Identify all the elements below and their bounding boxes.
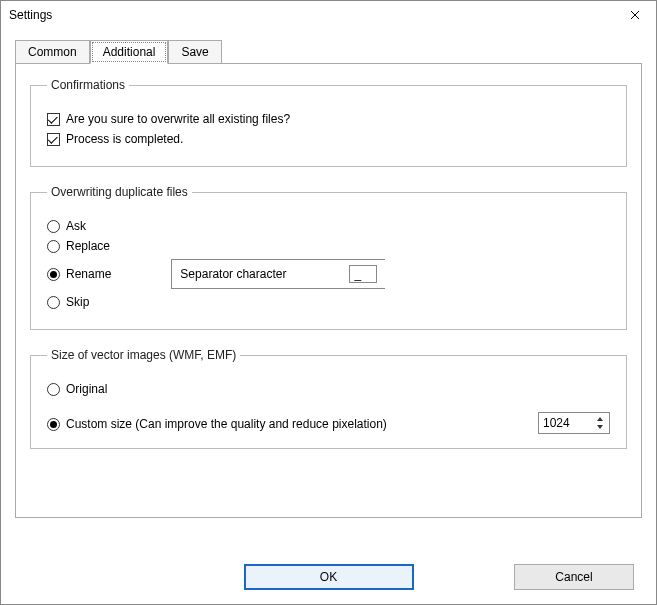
label-replace[interactable]: Replace <box>66 239 110 253</box>
titlebar: Settings <box>1 1 656 29</box>
label-overwrite[interactable]: Are you sure to overwrite all existing f… <box>66 112 290 126</box>
group-confirmations: Confirmations Are you sure to overwrite … <box>30 78 627 167</box>
radio-rename[interactable] <box>47 268 60 281</box>
label-ask[interactable]: Ask <box>66 219 86 233</box>
close-icon <box>630 10 640 20</box>
tab-common[interactable]: Common <box>15 40 90 63</box>
label-completed[interactable]: Process is completed. <box>66 132 183 146</box>
label-skip[interactable]: Skip <box>66 295 89 309</box>
custom-size-input[interactable]: 1024 <box>538 412 610 434</box>
separator-group: Separator character <box>171 259 385 289</box>
checkbox-overwrite[interactable] <box>47 113 60 126</box>
radio-replace[interactable] <box>47 240 60 253</box>
custom-size-value: 1024 <box>543 416 570 430</box>
legend-confirmations: Confirmations <box>47 78 129 92</box>
checkbox-completed[interactable] <box>47 133 60 146</box>
client-area: Common Additional Save Confirmations Are… <box>1 29 656 532</box>
cancel-button[interactable]: Cancel <box>514 564 634 590</box>
label-original[interactable]: Original <box>66 382 107 396</box>
tab-strip: Common Additional Save <box>15 39 642 63</box>
radio-ask[interactable] <box>47 220 60 233</box>
ok-button[interactable]: OK <box>244 564 414 590</box>
group-vector-size: Size of vector images (WMF, EMF) Origina… <box>30 348 627 449</box>
close-button[interactable] <box>620 3 650 27</box>
radio-original[interactable] <box>47 383 60 396</box>
label-custom[interactable]: Custom size (Can improve the quality and… <box>66 417 387 431</box>
tab-page-additional: Confirmations Are you sure to overwrite … <box>15 63 642 518</box>
window-title: Settings <box>9 8 52 22</box>
tab-additional[interactable]: Additional <box>90 40 169 64</box>
label-separator: Separator character <box>180 267 286 281</box>
label-rename[interactable]: Rename <box>66 267 111 281</box>
tab-save[interactable]: Save <box>168 40 221 63</box>
legend-overwriting: Overwriting duplicate files <box>47 185 192 199</box>
spinner-icon[interactable] <box>593 416 607 430</box>
group-overwriting: Overwriting duplicate files Ask Replace … <box>30 185 627 330</box>
legend-vector: Size of vector images (WMF, EMF) <box>47 348 240 362</box>
separator-input[interactable] <box>349 265 377 283</box>
radio-skip[interactable] <box>47 296 60 309</box>
radio-custom[interactable] <box>47 418 60 431</box>
